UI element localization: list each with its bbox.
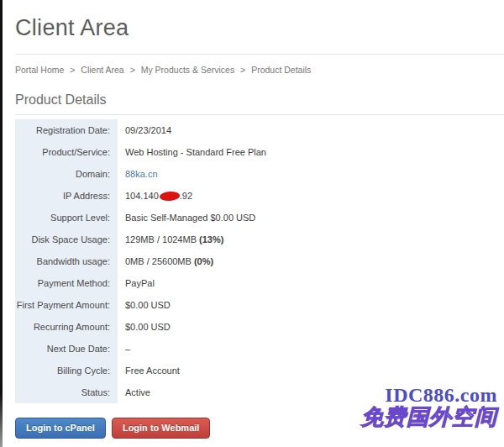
- breadcrumb-separator: >: [240, 65, 245, 75]
- row-value: PayPal: [118, 278, 155, 288]
- table-row-domain: Domain: 88ka.cn: [15, 163, 486, 185]
- row-value: Web Hosting - Standard Free Plan: [118, 147, 266, 157]
- table-row-disk-space: Disk Space Usage: 129MB / 1024MB (13%): [15, 229, 486, 250]
- table-row-ip-address: IP Address: 104.140.92: [15, 185, 486, 207]
- row-value: 129MB / 1024MB (13%): [118, 234, 223, 245]
- row-value: 104.140.92: [118, 191, 192, 201]
- disk-usage-percent: (13%): [199, 234, 223, 245]
- ip-suffix: .92: [180, 191, 192, 201]
- breadcrumb-client-area[interactable]: Client Area: [81, 65, 123, 75]
- row-label: Next Due Date:: [15, 338, 118, 360]
- row-value: $0.00 USD: [118, 300, 171, 310]
- row-label: Recurring Amount:: [15, 316, 118, 338]
- row-value: $0.00 USD: [118, 322, 171, 332]
- action-buttons: Login to cPanel Login to Webmail: [15, 418, 504, 439]
- row-value: 0MB / 25600MB (0%): [118, 256, 213, 266]
- row-value: 09/23/2014: [118, 125, 171, 135]
- table-row-status: Status: Active: [15, 381, 486, 403]
- row-value: 88ka.cn: [118, 169, 158, 179]
- row-label: IP Address:: [15, 185, 118, 207]
- bandwidth-usage-text: 0MB / 25600MB: [125, 256, 194, 266]
- bandwidth-usage-percent: (0%): [194, 256, 213, 266]
- login-to-webmail-button[interactable]: Login to Webmail: [112, 418, 210, 439]
- row-value: Basic Self-Managed $0.00 USD: [118, 213, 255, 223]
- row-label: Status:: [15, 381, 118, 403]
- breadcrumb: Portal Home > Client Area > My Products …: [15, 65, 504, 75]
- breadcrumb-product-details: Product Details: [251, 65, 311, 75]
- ip-prefix: 104.140: [125, 191, 159, 201]
- section-title-product-details: Product Details: [15, 92, 504, 115]
- status-value: Active: [118, 387, 150, 397]
- row-label: Bandwidth usage:: [15, 250, 118, 272]
- ip-redaction-scribble: [159, 192, 180, 202]
- table-row-billing-cycle: Billing Cycle: Free Account: [15, 360, 486, 381]
- product-details-table: Registration Date: 09/23/2014 Product/Se…: [15, 119, 486, 403]
- row-label: First Payment Amount:: [15, 294, 118, 316]
- row-label: Support Level:: [15, 207, 118, 229]
- row-label: Domain:: [15, 163, 118, 185]
- row-label: Billing Cycle:: [15, 360, 118, 381]
- row-label: Registration Date:: [15, 119, 118, 141]
- domain-link[interactable]: 88ka.cn: [125, 169, 158, 179]
- page-title: Client Area: [15, 16, 504, 39]
- table-row-payment-method: Payment Method: PayPal: [15, 272, 486, 294]
- row-value: –: [118, 344, 130, 354]
- breadcrumb-portal-home[interactable]: Portal Home: [15, 65, 64, 75]
- breadcrumb-separator: >: [130, 65, 135, 75]
- table-row-product-service: Product/Service: Web Hosting - Standard …: [15, 141, 486, 163]
- row-label: Payment Method:: [15, 272, 118, 294]
- table-row-recurring-amount: Recurring Amount: $0.00 USD: [15, 316, 486, 338]
- login-to-cpanel-button[interactable]: Login to cPanel: [15, 418, 106, 439]
- table-row-next-due-date: Next Due Date: –: [15, 338, 486, 360]
- page-container: Client Area Portal Home > Client Area > …: [0, 16, 504, 447]
- row-label: Product/Service:: [15, 141, 118, 163]
- table-row-bandwidth: Bandwidth usage: 0MB / 25600MB (0%): [15, 250, 486, 272]
- header-divider: [15, 54, 504, 55]
- window-left-edge: [0, 0, 3, 447]
- breadcrumb-my-products[interactable]: My Products & Services: [141, 65, 234, 75]
- row-value: Free Account: [118, 365, 180, 376]
- disk-usage-text: 129MB / 1024MB: [125, 234, 199, 245]
- table-row-registration-date: Registration Date: 09/23/2014: [15, 119, 486, 141]
- table-row-first-payment: First Payment Amount: $0.00 USD: [15, 294, 486, 316]
- breadcrumb-separator: >: [70, 65, 75, 75]
- row-label: Disk Space Usage:: [15, 229, 118, 250]
- table-row-support-level: Support Level: Basic Self-Managed $0.00 …: [15, 207, 486, 229]
